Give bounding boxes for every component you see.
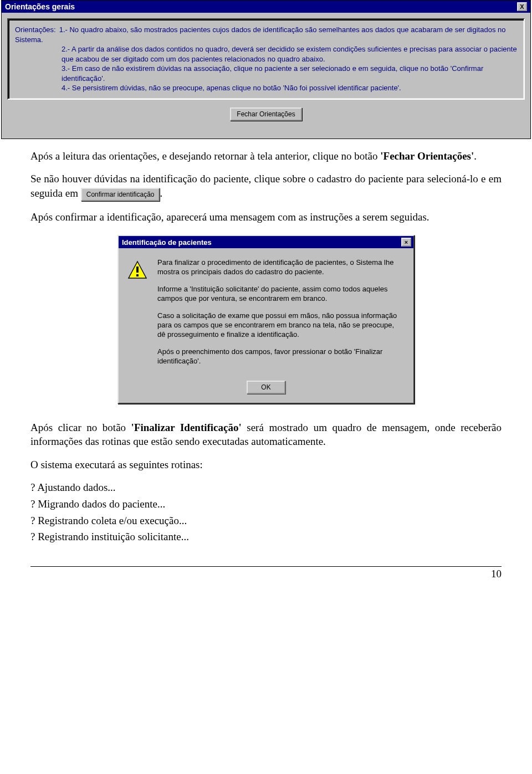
orientacoes-body: Orientações: 1.- No quadro abaixo, são m…: [2, 13, 530, 139]
doc-para-4: Após clicar no botão 'Finalizar Identifi…: [30, 421, 502, 449]
svg-rect-2: [136, 274, 139, 276]
identificacao-footer: OK: [119, 378, 413, 403]
page-number: 10: [30, 566, 502, 580]
doc-routine-2: ? Migrando dados do paciente...: [30, 497, 502, 511]
identificacao-text: Para finalizar o procedimento de identif…: [157, 258, 403, 373]
orientacoes-item-1: 1.- No quadro abaixo, são mostrados paci…: [15, 25, 506, 44]
orientacoes-button-row: Fechar Orientações: [7, 100, 525, 133]
close-icon[interactable]: ×: [401, 238, 411, 247]
doc-para-5: O sistema executará as seguintes rotinas…: [30, 458, 502, 472]
orientacoes-item-3: 3.- Em caso de não existirem dúvidas na …: [62, 64, 517, 83]
identificacao-titlebar: Identificação de pacientes ×: [119, 236, 413, 248]
identificacao-p4: Após o preenchimento dos campos, favor p…: [157, 347, 403, 366]
orientacoes-item-4: 4.- Se persistirem dúvidas, não se preoc…: [62, 83, 517, 93]
orientacoes-window: Orientações gerais X Orientações: 1.- No…: [1, 0, 531, 139]
close-icon[interactable]: X: [517, 2, 527, 11]
doc-routine-4: ? Registrando instituição solicitante...: [30, 530, 502, 544]
svg-rect-1: [136, 266, 139, 273]
doc-para-2: Se não houver dúvidas na identificação d…: [30, 172, 502, 201]
orientacoes-label: Orientações:: [15, 25, 56, 35]
doc-para-1: Após a leitura das orientações, e deseja…: [30, 149, 502, 163]
confirmar-identificacao-button[interactable]: Confirmar identificação: [81, 188, 160, 201]
warning-icon: [127, 260, 150, 373]
orientacoes-item-2: 2.- A partir da análise dos dados contid…: [62, 44, 517, 64]
doc-routine-1: ? Ajustando dados...: [30, 480, 502, 495]
document-body: Após a leitura das orientações, e deseja…: [30, 149, 502, 224]
doc-routine-3: ? Registrando coleta e/ou execução...: [30, 514, 502, 528]
identificacao-p3: Caso a solicitação de exame que possui e…: [157, 311, 403, 340]
identificacao-title: Identificação de pacientes: [122, 238, 212, 247]
fechar-orientacoes-button[interactable]: Fechar Orientações: [230, 107, 301, 121]
orientacoes-titlebar: Orientações gerais X: [2, 1, 530, 13]
orientacoes-title: Orientações gerais: [5, 2, 75, 11]
document-body-2: Após clicar no botão 'Finalizar Identifi…: [30, 421, 502, 544]
orientacoes-panel: Orientações: 1.- No quadro abaixo, são m…: [7, 18, 525, 100]
identificacao-p2: Informe a 'Instituição solicitante' do p…: [157, 285, 403, 304]
ok-button[interactable]: OK: [247, 381, 285, 394]
identificacao-dialog: Identificação de pacientes × Para finali…: [117, 235, 415, 403]
doc-para-3: Após confirmar a identificação, aparecer…: [30, 210, 502, 224]
identificacao-p1: Para finalizar o procedimento de identif…: [157, 258, 403, 277]
